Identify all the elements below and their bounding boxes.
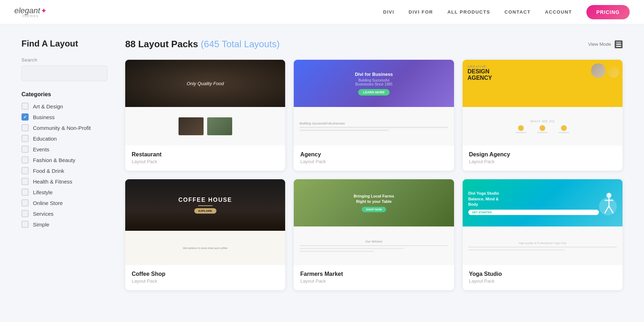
card-design-agency[interactable]: Creative DESIGNAGENCY WHAT WE DO [463,60,623,171]
card-farmers-market-title: Farmers Market [300,271,447,277]
design-card-items [591,63,619,78]
layout-grid: Only Quality Food Restaurant Layout Pack [125,60,623,290]
farmers-image-bottom: Our Mission [294,226,454,265]
checkmark-business: ✓ [23,114,27,119]
sidebar-item-business[interactable]: ✓ Business [21,113,107,121]
sidebar-item-health[interactable]: Health & Fitness [21,178,107,185]
checkbox-health[interactable] [21,178,29,185]
card-farmers-market-subtitle: Layout Pack [300,278,447,284]
coffee-tagline: We believe in more than just coffee [130,247,280,250]
checkbox-business[interactable]: ✓ [21,113,29,121]
category-label-community: Community & Non-Profit [33,125,91,131]
view-mode-line-3 [616,46,621,47]
view-mode-icon[interactable] [615,40,623,48]
design-circle-2 [608,66,619,78]
yoga-image-bottom: High quality & Professional Yoga Club [463,226,623,265]
design-icon-1 [516,125,526,133]
agency-image-top: Divi for Business Building SuccessfulBus… [294,60,454,107]
sidebar-item-simple[interactable]: Simple [21,221,107,228]
sidebar-item-lifestyle[interactable]: Lifestyle [21,189,107,196]
agency-bottom-line-2 [299,130,389,131]
logo[interactable]: elegant✦ themes [14,6,47,18]
nav-contact[interactable]: CONTACT [504,9,531,15]
svg-line-3 [605,206,609,213]
category-label-food: Food & Drink [33,168,64,174]
checkbox-community[interactable] [21,124,29,131]
page-container: Find A Layout Search Categories Art & De… [0,24,644,304]
sidebar-item-art-design[interactable]: Art & Design [21,103,107,110]
card-agency-subtitle: Layout Pack [300,159,447,164]
restaurant-thumb-2 [207,117,232,135]
agency-cta: LEARN MORE [358,89,390,96]
nav-all-products[interactable]: ALL PRODUCTS [447,9,490,15]
category-label-art-design: Art & Design [33,103,63,109]
card-yoga-studio[interactable]: Divi Yoga StudioBalance, Mind &Body GET … [463,179,623,290]
checkbox-fashion[interactable] [21,156,29,164]
design-icons-row [516,125,569,133]
sidebar-item-services[interactable]: Services [21,210,107,217]
svg-line-4 [609,206,613,213]
card-design-agency-image: Creative DESIGNAGENCY WHAT WE DO [463,60,623,146]
farmers-image-top: Bringing Local FarmsRight to your Table … [294,179,454,226]
card-yoga-studio-info: Yoga Studio Layout Pack [463,265,623,290]
agency-sub: Building SuccessfulBusinesses Since 1985 [355,78,392,86]
checkbox-food[interactable] [21,167,29,174]
search-input[interactable] [21,65,107,81]
design-icon-circle-2 [540,125,545,131]
checkbox-events[interactable] [21,146,29,153]
card-coffee-shop[interactable]: COFFEE HOUSE EXPLORE We believe in more … [125,179,285,290]
main-nav: DIVI DIVI FOR ALL PRODUCTS CONTACT ACCOU… [383,5,630,19]
category-label-fashion: Fashion & Beauty [33,157,75,163]
design-icon-2 [537,125,548,133]
card-farmers-market[interactable]: Bringing Local FarmsRight to your Table … [294,179,454,290]
design-image-top: Creative DESIGNAGENCY [463,60,623,107]
sidebar-item-community[interactable]: Community & Non-Profit [21,124,107,131]
sidebar-item-events[interactable]: Events [21,146,107,153]
design-icon-3 [558,125,569,133]
category-label-online-store: Online Store [33,200,63,206]
card-agency[interactable]: Divi for Business Building SuccessfulBus… [294,60,454,171]
sidebar-item-fashion[interactable]: Fashion & Beauty [21,156,107,164]
restaurant-tagline: Only Quality Food [187,81,224,86]
design-icon-circle-3 [561,125,567,131]
nav-divi[interactable]: DIVI [383,9,394,15]
card-yoga-studio-image: Divi Yoga StudioBalance, Mind &Body GET … [463,179,623,265]
yoga-brand: Divi Yoga StudioBalance, Mind &Body [468,191,599,207]
checkbox-education[interactable] [21,135,29,142]
card-restaurant-subtitle: Layout Pack [132,159,279,164]
sidebar-item-education[interactable]: Education [21,135,107,142]
checkbox-lifestyle[interactable] [21,189,29,196]
nav-divi-for[interactable]: DIVI FOR [409,9,433,15]
coffee-btn: EXPLORE [194,208,216,214]
card-farmers-market-image: Bringing Local FarmsRight to your Table … [294,179,454,265]
yoga-figure [599,190,617,215]
checkbox-online-store[interactable] [21,199,29,206]
view-mode-control[interactable]: View Mode [588,40,623,48]
pricing-button[interactable]: PRICING [586,5,630,19]
svg-point-0 [606,193,611,198]
categories-title: Categories [21,91,107,98]
nav-account[interactable]: ACCOUNT [545,9,572,15]
yoga-btn: GET STARTED [468,210,599,215]
restaurant-thumb-1 [179,117,204,135]
farmers-line-2 [299,248,404,249]
design-what-we-do: WHAT WE DO [530,119,555,123]
design-icon-line-3 [558,132,569,133]
farmers-mission: Our Mission [299,240,448,243]
sidebar-item-online-store[interactable]: Online Store [21,199,107,206]
sidebar-item-food[interactable]: Food & Drink [21,167,107,174]
checkbox-services[interactable] [21,210,29,217]
card-design-agency-title: Design Agency [469,151,616,158]
view-mode-label: View Mode [588,42,611,47]
layout-count-number: 88 Layout Packs [125,39,198,49]
main-content: 88 Layout Packs (645 Total Layouts) View… [125,39,623,290]
card-restaurant-info: Restaurant Layout Pack [125,146,285,171]
card-agency-image: Divi for Business Building SuccessfulBus… [294,60,454,146]
yoga-image-top: Divi Yoga StudioBalance, Mind &Body GET … [463,179,623,226]
yoga-text-area: Divi Yoga StudioBalance, Mind &Body GET … [468,191,599,215]
design-icon-line-2 [537,132,548,133]
checkbox-simple[interactable] [21,221,29,228]
checkbox-art-design[interactable] [21,103,29,110]
category-label-lifestyle: Lifestyle [33,189,53,195]
card-restaurant[interactable]: Only Quality Food Restaurant Layout Pack [125,60,285,171]
